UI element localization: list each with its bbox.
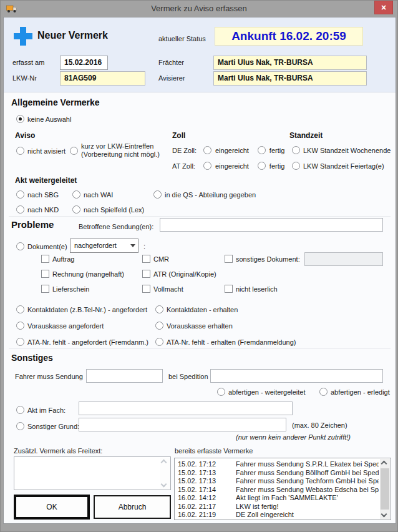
checkbox-atr[interactable]: ATR (Original/Kopie) — [142, 270, 216, 278]
betroffene-label: Betroffene Sendung(en): — [79, 223, 153, 230]
checkbox-rechnung[interactable]: Rechnung (mangelhaft) — [41, 270, 124, 278]
radio-label: ATA-Nr. fehlt - erhalten (Fremdanmeldung… — [167, 338, 296, 346]
scroll-down-icon[interactable] — [161, 481, 167, 488]
sonstiges-dokument-input[interactable] — [304, 252, 383, 266]
radio-keine-auswahl[interactable]: keine Auswahl — [16, 115, 71, 123]
scrollbar-thumb[interactable] — [381, 468, 389, 510]
divider — [9, 216, 391, 217]
radio-qs-abteilung[interactable]: in die QS - Abteilung gegeben — [153, 190, 256, 199]
radio-standzeit-feiertag[interactable]: LKW Standzeit Feiertag(e) — [292, 162, 384, 170]
radio-ata-erhalten[interactable]: ATA-Nr. fehlt - erhalten (Fremdanmeldung… — [155, 338, 296, 346]
radio-label: in die QS - Abteilung gegeben — [165, 191, 256, 199]
chevron-down-icon[interactable] — [127, 239, 138, 252]
radio-vorauskasse-erhalten[interactable]: Vorauskasse erhalten — [155, 322, 233, 330]
avisierer-label: Avisierer — [158, 74, 185, 82]
vermerke-scrollbar[interactable] — [380, 459, 390, 519]
vermerk-row[interactable]: 16.02. 21:17 LKW ist fertig! — [176, 503, 379, 511]
radio-abfertigen-weitergeleitet[interactable]: abfertigen - weitergeleitet — [217, 388, 306, 396]
radio-at-fertig[interactable] — [258, 162, 266, 170]
checkbox-label: Rechnung (mangelhaft) — [52, 270, 124, 278]
radio-nach-spielfeld[interactable]: nach Spielfeld (Lex) — [72, 205, 144, 214]
radio-abfertigen-erledigt[interactable]: abfertigen - erledigt — [319, 388, 390, 396]
radio-label-line1: kurz vor LKW-Eintreffen — [81, 142, 153, 150]
vermerk-row[interactable]: 15.02. 17:13 Fahrer muss Sendung Böllhof… — [176, 469, 379, 478]
close-icon[interactable]: × — [374, 1, 393, 14]
radio-vorauskasse-angefordert[interactable]: Vorauskasse angefordert — [16, 322, 104, 330]
radio-circle — [16, 322, 24, 330]
dialog-content: Neuer Vermerk aktueller Status Ankunft 1… — [3, 17, 396, 524]
lkw-nr-field[interactable]: 81AG509 — [60, 71, 145, 86]
scroll-up-icon[interactable] — [381, 461, 387, 467]
radio-label-line2: (Vorbereitung nicht mögl.) — [81, 150, 160, 158]
radio-nach-nkd[interactable]: nach NKD — [16, 205, 59, 214]
checkbox-nicht-leserlich[interactable]: nicht leserlich — [225, 285, 278, 293]
vermerk-row[interactable]: 16.02. 14:12 Akt liegt im Fach 'SAMMELAK… — [176, 494, 379, 503]
scroll-up-icon[interactable] — [161, 460, 167, 466]
radio-dokumente[interactable]: Dokument(e) — [16, 242, 67, 250]
vermerk-text: Fahrer muss Sendung Webasto Edscha bei S… — [236, 486, 379, 495]
radio-circle — [16, 147, 24, 155]
radio-akt-im-fach[interactable]: Akt im Fach: — [16, 406, 66, 414]
vermerk-time: 15.02. 17:13 — [176, 477, 236, 486]
radio-de-eingereicht[interactable] — [203, 146, 211, 154]
radio-ata-angefordert[interactable]: ATA-Nr. fehlt - angefordert (Fremdanm.) — [16, 338, 148, 346]
radio-circle — [16, 190, 24, 199]
ok-button[interactable]: OK — [14, 495, 90, 520]
checkbox-sonstiges-dokument[interactable]: sonstiges Dokument: — [225, 255, 300, 263]
vermerke-label: bereits erfasste Vermerke — [175, 447, 253, 455]
dokument-status-dropdown[interactable]: nachgefordert — [70, 239, 138, 253]
radio-kontaktdaten-angefordert[interactable]: Kontaktdaten (z.B.Tel-Nr.) - angefordert — [16, 305, 147, 313]
akt-im-fach-input[interactable] — [79, 401, 293, 415]
radio-kontaktdaten-erhalten[interactable]: Kontaktdaten - erhalten — [155, 305, 238, 313]
section-sonstiges: Sonstiges — [11, 353, 53, 363]
radio-nicht-avisiert[interactable]: nicht avisiert — [16, 147, 66, 155]
checkbox-cmr[interactable]: CMR — [142, 255, 169, 263]
radio-circle — [155, 305, 163, 313]
radio-nach-wai[interactable]: nach WAI — [72, 190, 113, 199]
betroffene-input[interactable] — [160, 218, 383, 232]
vermerk-row[interactable]: 15.02. 17:13 Fahrer muss Sendung Techfor… — [176, 477, 379, 486]
vermerk-row[interactable]: 15.02. 17:14 Fahrer muss Sendung Webasto… — [176, 486, 379, 495]
radio-at-eingereicht[interactable] — [203, 162, 211, 170]
radio-sonstiger-grund[interactable]: Sonstiger Grund: — [16, 422, 79, 430]
radio-circle — [72, 190, 80, 199]
checkbox-label: Vollmacht — [153, 285, 183, 293]
radio-label: eingereicht — [215, 147, 249, 154]
bei-spedition-label: bei Spedition — [168, 373, 208, 380]
radio-circle — [292, 146, 300, 154]
erfasst-am-field[interactable]: 15.02.2016 — [60, 56, 108, 70]
radio-label: kurz vor LKW-Eintreffen (Vorbereitung ni… — [81, 142, 160, 159]
vermerk-time: 15.02. 17:14 — [176, 486, 236, 495]
avisierer-field[interactable]: Marti Ulus Nak, TR-BURSA — [213, 71, 367, 86]
vermerk-row[interactable]: 16.02. 21:19 DE Zoll eingereicht — [176, 511, 379, 518]
radio-circle — [72, 205, 80, 214]
radio-circle — [16, 242, 24, 250]
radio-circle — [16, 305, 24, 313]
radio-label: Sonstiger Grund: — [27, 423, 79, 430]
freitext-textarea[interactable] — [14, 456, 171, 490]
checkbox-vollmacht[interactable]: Vollmacht — [142, 285, 183, 293]
akt-weitergeleitet-heading: Akt weitergeleitet — [15, 176, 77, 185]
scroll-down-icon[interactable] — [381, 511, 387, 518]
bei-spedition-input[interactable] — [210, 369, 383, 383]
radio-nach-sbg[interactable]: nach SBG — [16, 190, 59, 199]
checkbox-auftrag[interactable]: Auftrag — [41, 255, 74, 263]
page-title: Neuer Vermerk — [37, 30, 108, 41]
sonstiger-grund-input[interactable] — [79, 418, 286, 431]
vermerke-listbox[interactable]: 15.02. 17:12 Fahrer muss Sendung S.P.R.L… — [174, 458, 391, 520]
window-title: Vermerk zu Aviso erfassen — [1, 4, 397, 13]
radio-kurz-vor-eintreffen[interactable]: kurz vor LKW-Eintreffen (Vorbereitung ni… — [70, 142, 160, 159]
radio-standzeit-wochenende[interactable]: LKW Standzeit Wochenende — [292, 146, 391, 154]
fraechter-field[interactable]: Marti Ulus Nak, TR-BURSA — [213, 56, 367, 70]
vermerke-list[interactable]: 15.02. 17:12 Fahrer muss Sendung S.P.R.L… — [176, 460, 379, 518]
radio-de-fertig[interactable] — [258, 146, 266, 154]
radio-label: Kontaktdaten - erhalten — [167, 306, 238, 313]
vermerk-row[interactable]: 15.02. 17:12 Fahrer muss Sendung S.P.R.L… — [176, 460, 379, 469]
titlebar[interactable]: Vermerk zu Aviso erfassen × — [1, 1, 397, 17]
abbruch-button[interactable]: Abbruch — [94, 495, 171, 519]
freitext-scrollbar[interactable] — [160, 458, 170, 489]
radio-circle — [16, 205, 24, 214]
radio-label: ATA-Nr. fehlt - angefordert (Fremdanm.) — [27, 338, 148, 346]
checkbox-lieferschein[interactable]: Lieferschein — [41, 285, 89, 293]
fahrer-sendung-input[interactable] — [86, 369, 163, 383]
